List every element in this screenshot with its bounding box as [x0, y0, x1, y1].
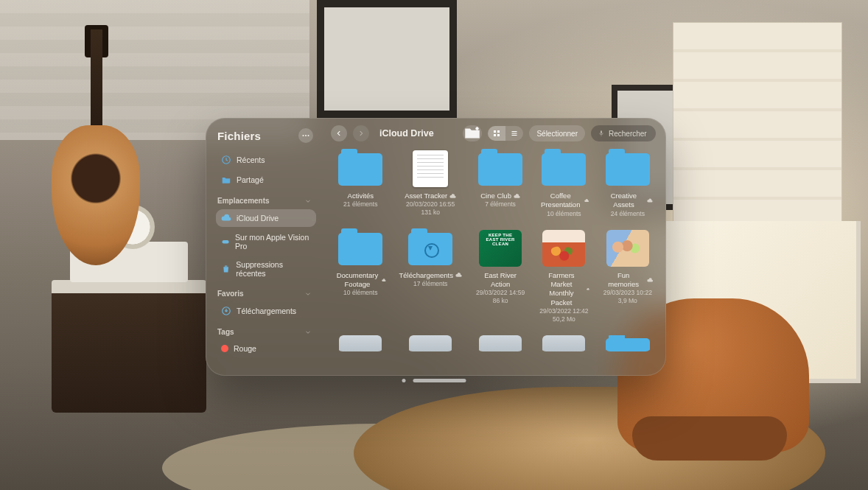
- file-meta: 10 éléments: [343, 289, 377, 297]
- view-list-button[interactable]: [505, 126, 523, 141]
- image-thumbnail: [540, 230, 587, 267]
- list-icon: [510, 129, 519, 138]
- cloud-icon: [382, 277, 386, 284]
- file-grid: Activités21 élémentsAsset Tracker20/03/2…: [335, 150, 653, 356]
- sidebar-item-recently-deleted[interactable]: Suppressions récentes: [216, 256, 316, 281]
- handle-dot-icon: [402, 379, 406, 382]
- section-label: Emplacements: [217, 197, 270, 205]
- section-label: Tags: [217, 328, 234, 336]
- trash-icon: [221, 264, 231, 274]
- sidebar-section-tags[interactable]: Tags: [216, 322, 316, 338]
- file-item[interactable]: KEEP THE EAST RIVER CLEANEast River Acti…: [475, 230, 525, 323]
- sidebar-section-favorites[interactable]: Favoris: [216, 284, 316, 300]
- download-circle-icon: [221, 306, 231, 316]
- forward-button[interactable]: [353, 125, 369, 141]
- folder-icon: [337, 230, 384, 267]
- new-folder-button[interactable]: [463, 125, 482, 141]
- sidebar-section-locations[interactable]: Emplacements: [216, 191, 316, 207]
- window-handle[interactable]: [402, 379, 466, 382]
- file-item[interactable]: Activités21 éléments: [335, 150, 386, 218]
- cloud-icon: [221, 213, 231, 223]
- file-meta: 50,2 Mo: [553, 315, 575, 323]
- more-button[interactable]: [298, 128, 313, 143]
- file-item[interactable]: [539, 335, 589, 356]
- downloads-folder-icon: [407, 230, 454, 267]
- file-item[interactable]: Coffee Presentation10 éléments: [539, 150, 589, 218]
- cloud-icon: [587, 286, 589, 293]
- sidebar-label: Partagé: [237, 175, 264, 184]
- folder-icon: [604, 150, 651, 187]
- sidebar-item-tag-red[interactable]: Rouge: [216, 340, 316, 357]
- select-button[interactable]: Sélectionner: [529, 125, 585, 141]
- cloud-icon: [514, 193, 520, 200]
- window-blind: [673, 22, 842, 228]
- file-item[interactable]: Asset Tracker20/03/2020 16:55131 ko: [399, 150, 462, 218]
- file-item[interactable]: Téléchargements17 éléments: [399, 230, 462, 323]
- sidebar-item-shared[interactable]: Partagé: [216, 171, 316, 189]
- file-name: Documentary Footage: [335, 271, 379, 290]
- sidebar-label: Téléchargements: [237, 307, 296, 315]
- back-button[interactable]: [331, 125, 347, 141]
- app-title: Fichiers: [217, 130, 261, 142]
- file-name: Cine Club: [480, 192, 511, 200]
- select-label: Sélectionner: [536, 130, 578, 138]
- file-item[interactable]: [475, 335, 525, 356]
- file-name: Creative Assets: [603, 192, 645, 210]
- clock-icon: [221, 155, 231, 165]
- folder-icon: [604, 335, 651, 351]
- cloud-icon: [449, 193, 456, 200]
- file-meta: 20/03/2020 16:55: [406, 200, 455, 209]
- view-grid-button[interactable]: [488, 126, 505, 141]
- file-meta: 29/03/2022 12:42: [539, 307, 588, 315]
- folder-plus-icon: [463, 124, 482, 143]
- sidebar-item-visionpro[interactable]: Sur mon Apple Vision Pro: [216, 229, 316, 254]
- folder-icon: [540, 150, 587, 187]
- sidebar-item-recents[interactable]: Récents: [216, 151, 316, 169]
- folder-icon: [337, 150, 384, 187]
- cloud-icon: [584, 197, 589, 204]
- sidebar-label: Rouge: [234, 344, 256, 353]
- file-item[interactable]: Cine Club7 éléments: [475, 150, 525, 218]
- svg-rect-7: [497, 130, 500, 133]
- cloud-icon: [647, 277, 653, 284]
- ellipsis-icon: [301, 131, 310, 140]
- guitar: [37, 29, 147, 265]
- cloud-icon: [455, 272, 462, 279]
- file-grid-scroll[interactable]: Activités21 élémentsAsset Tracker20/03/2…: [322, 146, 666, 376]
- svg-rect-8: [494, 134, 496, 136]
- file-name: Fun memories: [603, 271, 645, 290]
- sidebar-label: Suppressions récentes: [236, 260, 311, 278]
- search-input[interactable]: Rechercher: [591, 125, 656, 141]
- file-item[interactable]: Fun memories29/03/2023 10:223,9 Mo: [603, 230, 653, 323]
- file-meta: 3,9 Mo: [618, 297, 637, 305]
- file-meta: 29/03/2023 10:22: [603, 289, 652, 297]
- sideboard: [52, 280, 206, 413]
- file-item[interactable]: Creative Assets24 éléments: [603, 150, 653, 218]
- image-thumbnail: [477, 335, 524, 351]
- file-name: Coffee Presentation: [539, 192, 582, 210]
- sidebar-label: iCloud Drive: [237, 214, 279, 223]
- file-item[interactable]: Farmers Market Monthly Packet29/03/2022 …: [539, 230, 589, 323]
- svg-rect-4: [223, 240, 229, 244]
- chevron-left-icon: [335, 130, 343, 137]
- handle-bar-icon: [413, 379, 466, 382]
- file-item[interactable]: [335, 335, 386, 356]
- file-meta: 24 éléments: [611, 210, 645, 218]
- file-meta: 21 éléments: [343, 200, 377, 209]
- folder-icon: [477, 150, 524, 187]
- file-item[interactable]: [603, 335, 653, 356]
- goggles-icon: [221, 237, 230, 247]
- file-item[interactable]: Documentary Footage10 éléments: [335, 230, 386, 323]
- section-label: Favoris: [217, 290, 244, 298]
- sidebar-item-icloud-drive[interactable]: iCloud Drive: [216, 209, 316, 227]
- file-name: East River Action: [475, 271, 525, 290]
- file-meta: 86 ko: [493, 297, 508, 305]
- mic-icon: [598, 130, 605, 137]
- sidebar-label: Sur mon Apple Vision Pro: [235, 233, 311, 251]
- sidebar-item-downloads[interactable]: Téléchargements: [216, 302, 316, 320]
- search-placeholder: Rechercher: [609, 130, 647, 138]
- file-name: Asset Tracker: [405, 192, 447, 200]
- view-mode-toggle[interactable]: [488, 126, 523, 141]
- file-item[interactable]: [399, 335, 462, 356]
- svg-point-2: [308, 135, 309, 136]
